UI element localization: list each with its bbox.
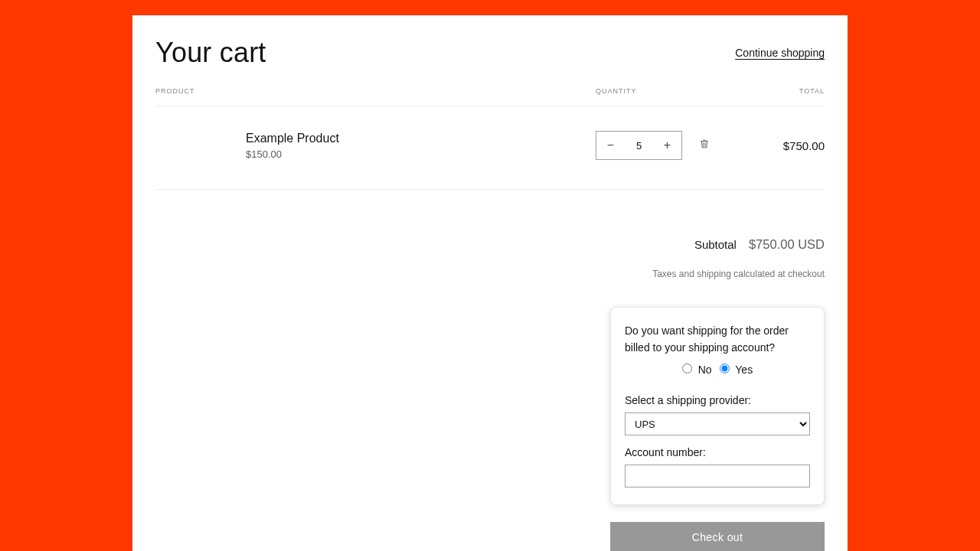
tax-shipping-note: Taxes and shipping calculated at checkou… (155, 269, 825, 279)
checkout-button[interactable]: Check out (610, 522, 825, 551)
shipping-radio-yes-label[interactable]: Yes (720, 364, 753, 376)
cart-line-item: Example Product $150.00 − 5 + (155, 106, 825, 190)
column-product: PRODUCT (155, 87, 596, 95)
shipping-provider-select[interactable]: UPS (625, 412, 810, 435)
radio-no-text: No (698, 364, 712, 376)
account-number-input[interactable] (625, 465, 810, 487)
column-quantity: QUANTITY (596, 87, 733, 95)
quantity-value[interactable]: 5 (625, 140, 653, 152)
subtotal-row: Subtotal $750.00 USD (155, 237, 825, 252)
product-cell: Example Product $150.00 (155, 132, 596, 160)
page-title: Your cart (155, 37, 266, 69)
subtotal-label: Subtotal (694, 238, 737, 251)
shipping-radio-no-label[interactable]: No (682, 364, 712, 376)
product-unit-price: $150.00 (246, 148, 596, 160)
cart-table-header: PRODUCT QUANTITY TOTAL (155, 87, 825, 106)
shipping-radio-group: No Yes (625, 364, 810, 376)
quantity-cell: − 5 + (596, 131, 733, 160)
quantity-stepper: − 5 + (596, 131, 682, 160)
remove-item-button[interactable] (699, 140, 710, 151)
quantity-decrease-button[interactable]: − (596, 132, 625, 159)
product-name: Example Product (246, 132, 596, 145)
line-total: $750.00 (733, 139, 825, 152)
column-total: TOTAL (733, 87, 825, 95)
account-number-label: Account number: (625, 446, 810, 458)
shipping-radio-no[interactable] (682, 364, 692, 373)
trash-icon (699, 139, 710, 152)
quantity-increase-button[interactable]: + (653, 132, 681, 159)
cart-page: Your cart Continue shopping PRODUCT QUAN… (132, 15, 848, 551)
continue-shopping-link[interactable]: Continue shopping (735, 47, 825, 59)
shipping-account-card: Do you want shipping for the order bille… (610, 307, 825, 505)
radio-yes-text: Yes (735, 364, 753, 376)
shipping-question: Do you want shipping for the order bille… (625, 323, 810, 356)
cart-header: Your cart Continue shopping (155, 37, 825, 69)
shipping-radio-yes[interactable] (720, 364, 730, 373)
subtotal-value: $750.00 USD (749, 237, 825, 252)
subtotal-block: Subtotal $750.00 USD Taxes and shipping … (155, 237, 825, 279)
shipping-provider-label: Select a shipping provider: (625, 394, 810, 406)
